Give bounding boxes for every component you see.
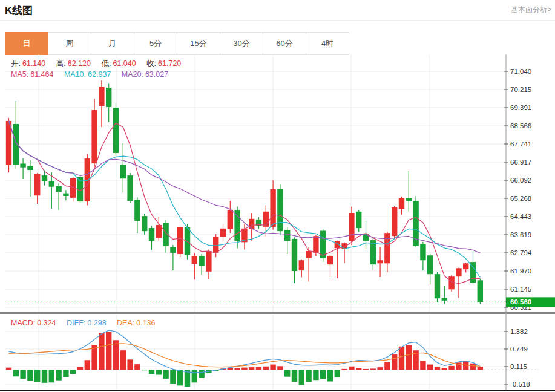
fundamental-analysis-link[interactable]: 基本面分析> [511, 5, 551, 15]
tab-30分[interactable]: 30分 [220, 32, 263, 55]
svg-text:63.619: 63.619 [510, 231, 531, 238]
page-header: K线图 基本面分析> [0, 0, 555, 21]
svg-text:61.145: 61.145 [510, 286, 531, 293]
svg-text:0.749: 0.749 [510, 345, 528, 353]
tab-月[interactable]: 月 [91, 32, 134, 55]
svg-text:60.560: 60.560 [510, 298, 531, 305]
tab-日[interactable]: 日 [5, 32, 48, 55]
tab-60分[interactable]: 60分 [263, 32, 306, 55]
tab-周[interactable]: 周 [48, 32, 91, 55]
page-title: K线图 [5, 4, 33, 18]
svg-text:-0.518: -0.518 [510, 381, 530, 388]
svg-text:65.268: 65.268 [510, 195, 531, 202]
svg-text:1.382: 1.382 [510, 328, 528, 335]
svg-text:70.215: 70.215 [510, 86, 531, 93]
chart-area: 71.04070.21569.39168.56667.74166.91766.0… [0, 54, 555, 392]
svg-text:62.794: 62.794 [510, 249, 532, 256]
svg-text:0.115: 0.115 [510, 363, 527, 370]
svg-text:69.391: 69.391 [510, 104, 531, 111]
tab-15分[interactable]: 15分 [177, 32, 220, 55]
svg-text:67.741: 67.741 [510, 140, 531, 148]
tab-5分[interactable]: 5分 [134, 32, 177, 55]
svg-text:68.566: 68.566 [510, 122, 531, 129]
svg-text:61.970: 61.970 [510, 267, 531, 275]
svg-text:66.917: 66.917 [510, 158, 531, 166]
svg-text:64.443: 64.443 [510, 213, 531, 220]
svg-text:71.040: 71.040 [510, 68, 531, 75]
tab-4时[interactable]: 4时 [306, 32, 349, 55]
kline-chart[interactable]: 71.04070.21569.39168.56667.74166.91766.0… [0, 54, 555, 392]
period-tabs: 日周月5分15分30分60分4时 [5, 32, 349, 55]
svg-text:66.092: 66.092 [510, 177, 531, 184]
